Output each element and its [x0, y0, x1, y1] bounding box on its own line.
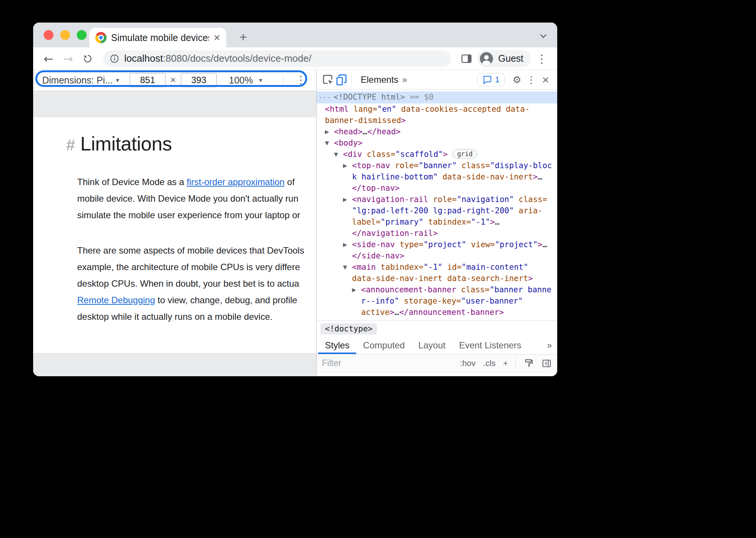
expand-arrow-icon[interactable]: ▶	[325, 126, 329, 137]
styles-filter-input[interactable]	[322, 358, 453, 368]
expand-arrow-icon[interactable]: ▶	[343, 194, 347, 205]
heading-anchor[interactable]: #	[66, 136, 75, 154]
zoom-dropdown[interactable]: 100%	[229, 75, 253, 86]
code-token: …	[538, 172, 543, 181]
sidebar-toggle-icon[interactable]	[541, 358, 552, 369]
forward-button[interactable]: →	[59, 50, 77, 67]
devtools-settings-icon[interactable]: ⚙	[510, 74, 524, 85]
desktop-background: Simulate mobile devices with D × + ← → l…	[0, 0, 756, 538]
paragraph: There are some aspects of mobile devices…	[77, 242, 304, 325]
tab-computed[interactable]: Computed	[356, 336, 412, 354]
tab-elements[interactable]: Elements	[361, 74, 398, 85]
height-input[interactable]	[181, 73, 217, 87]
toggle-hover-state-button[interactable]: :hov	[460, 359, 476, 368]
dom-tree-row[interactable]: ···<!DOCTYPE html> == $0	[317, 91, 557, 103]
code-token: …	[363, 127, 367, 136]
dimensions-dropdown[interactable]: Dimensions: Pi...	[42, 75, 113, 86]
expand-arrow-icon[interactable]: ▶	[343, 239, 347, 250]
text-link[interactable]: first-order approximation	[187, 177, 285, 187]
browser-tab[interactable]: Simulate mobile devices with D ×	[89, 28, 226, 47]
code-line: </top-nav>	[352, 182, 557, 194]
dom-tree-row[interactable]: ▶<navigation-rail role="navigation" clas…	[317, 194, 557, 239]
breadcrumb[interactable]: <!doctype>	[320, 323, 377, 334]
site-info-icon[interactable]	[109, 53, 120, 64]
dimensions-caret-icon[interactable]: ▾	[116, 76, 119, 84]
code-line: r--info" storage-key="user-banner"	[361, 295, 557, 307]
inspect-element-icon[interactable]	[321, 73, 335, 87]
dom-tree: ···<!DOCTYPE html> == $0<html lang="en" …	[317, 90, 557, 321]
grid-badge[interactable]: grid	[452, 149, 477, 159]
console-issues-chip[interactable]: 1	[477, 73, 505, 87]
code-token: data-side-nav-inert	[438, 172, 533, 181]
code-token: <!DOCTYPE html>	[334, 93, 405, 102]
expand-arrow-icon[interactable]: ▶	[343, 160, 347, 171]
text-span: Think of Device Mode as a	[77, 177, 187, 187]
code-token: "project"	[424, 240, 466, 249]
browser-menu-icon[interactable]: ⋮	[533, 50, 550, 67]
tab-close-icon[interactable]: ×	[213, 32, 220, 43]
code-token: data-cookies-accepted data-	[396, 105, 530, 114]
devtools-close-icon[interactable]: ×	[538, 74, 553, 86]
device-mode-area: Dimensions: Pi... ▾ × 100% ▾ ⋮ # Limitat…	[33, 70, 316, 376]
new-style-rule-button[interactable]: +	[503, 359, 508, 368]
collapse-arrow-icon[interactable]: ▼	[334, 149, 338, 160]
zoom-caret-icon[interactable]: ▾	[259, 76, 262, 84]
paint-format-icon[interactable]	[523, 358, 534, 369]
more-panels-chevron[interactable]: »	[402, 74, 407, 85]
devtools-menu-icon[interactable]: ⋮	[524, 74, 538, 85]
code-token: class=	[514, 195, 547, 204]
dom-tree-row[interactable]: ▶<top-nav role="banner" class="display-b…	[317, 160, 557, 194]
dom-tree-row[interactable]: ▶<announcement-banner class="banner bann…	[317, 284, 557, 318]
code-token: "-1"	[471, 217, 490, 226]
dom-tree-row[interactable]: ▼<main tabindex="-1" id="main-content"da…	[317, 261, 557, 284]
dom-tree-row[interactable]: ▼<div class="scaffold">grid	[317, 149, 557, 160]
code-token: role=	[390, 161, 419, 170]
code-line: active>…</announcement-banner>	[361, 307, 557, 318]
device-toolbar-toggle-icon[interactable]	[335, 73, 348, 87]
collapse-arrow-icon[interactable]: ▼	[325, 137, 329, 149]
profile-button[interactable]: Guest	[477, 50, 531, 67]
tab-styles[interactable]: Styles	[318, 336, 356, 354]
text-span: There are some aspects of mobile devices…	[77, 245, 304, 255]
code-line: </side-nav>	[352, 250, 557, 261]
code-token: lang=	[349, 105, 377, 114]
dom-tree-row[interactable]: <html lang="en" data-cookies-accepted da…	[317, 103, 557, 126]
code-token: <html	[325, 105, 349, 114]
code-token: data-side-nav-inert data-search-inert	[352, 274, 528, 283]
address-bar[interactable]: localhost:8080/docs/devtools/device-mode…	[103, 50, 451, 67]
page-text-line: desktop while it actually runs on a mobi…	[77, 309, 304, 325]
width-input[interactable]	[130, 73, 166, 87]
dom-tree-row[interactable]: ▶<head>…</head>	[317, 126, 557, 137]
code-token: </top-nav>	[352, 184, 399, 193]
rendered-page: # Limitations Think of Device Mode as a …	[33, 117, 316, 353]
new-tab-button[interactable]: +	[234, 28, 252, 46]
code-token: class=	[456, 285, 490, 294]
devtools-panel: Elements » 1 ⚙ ⋮ × ···<!DOCTYPE html> ==…	[316, 70, 557, 376]
more-tabs-chevron[interactable]: »	[542, 336, 557, 354]
paragraph: Think of Device Mode as a first-order ap…	[77, 174, 300, 223]
code-line: <body>	[334, 137, 557, 149]
expand-arrow-icon[interactable]: ▶	[352, 284, 356, 295]
tab-search-chevron-icon[interactable]	[538, 30, 549, 43]
tab-layout[interactable]: Layout	[412, 336, 452, 354]
reload-button[interactable]	[79, 50, 96, 67]
tab-event-listeners[interactable]: Event Listeners	[452, 336, 528, 354]
device-toolbar-menu-icon[interactable]: ⋮	[293, 74, 309, 86]
issue-count: 1	[495, 75, 500, 85]
url-host: localhost	[124, 53, 163, 64]
collapse-arrow-icon[interactable]: ▼	[343, 261, 347, 273]
maximize-window-button[interactable]	[77, 30, 87, 40]
page-heading: # Limitations	[66, 132, 172, 155]
close-window-button[interactable]	[44, 30, 53, 40]
minimize-window-button[interactable]	[60, 30, 70, 40]
code-token: <div	[343, 150, 362, 159]
side-panel-icon[interactable]	[458, 50, 475, 67]
dom-tree-row[interactable]: ▶<side-nav type="project" view="project"…	[317, 239, 557, 261]
toggle-class-button[interactable]: .cls	[483, 359, 495, 368]
back-button[interactable]: ←	[40, 50, 57, 67]
code-token: </side-nav>	[352, 251, 404, 260]
dom-tree-row[interactable]: ▼<body>	[317, 137, 557, 149]
devtools-toolbar: Elements » 1 ⚙ ⋮ ×	[317, 70, 557, 90]
text-link[interactable]: Remote Debugging	[77, 295, 155, 305]
page-text-line: There are some aspects of mobile devices…	[77, 242, 304, 259]
